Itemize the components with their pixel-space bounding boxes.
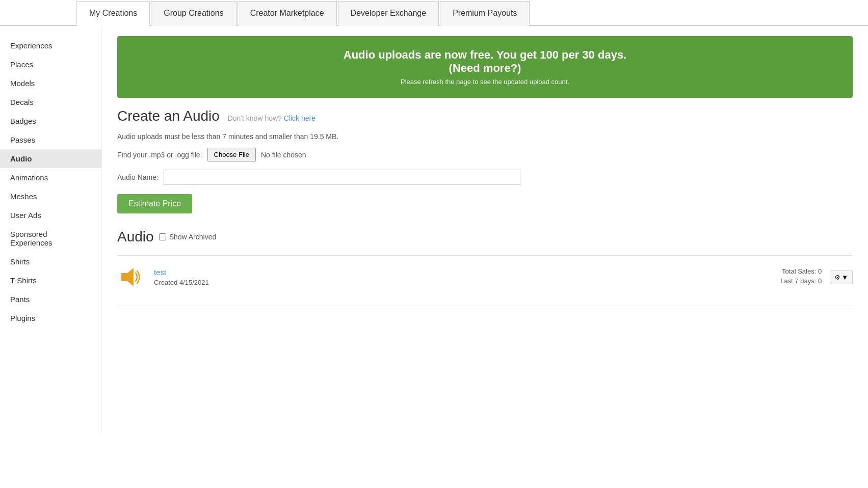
top-tabs: My Creations Group Creations Creator Mar… [0,0,868,26]
section-divider [117,306,853,306]
audio-list-header: Audio Show Archived [117,229,853,245]
tab-creator-marketplace[interactable]: Creator Marketplace [238,1,337,26]
file-upload-row: Find your .mp3 or .ogg file: Choose File… [117,148,853,161]
create-audio-title: Create an Audio [117,108,220,124]
create-audio-section: Create an Audio Don't know how? Click he… [117,108,853,213]
sidebar-item-user-ads[interactable]: User Ads [0,206,101,225]
gear-icon: ⚙ [834,274,840,281]
sidebar-item-models[interactable]: Models [0,74,101,93]
audio-name-label: Audio Name: [117,173,159,181]
sidebar-item-animations[interactable]: Animations [0,168,101,187]
tab-my-creations[interactable]: My Creations [76,1,150,26]
show-archived-label: Show Archived [169,233,217,241]
audio-item: test Created 4/15/2021 Total Sales: 0 La… [117,255,853,299]
total-sales-row: Total Sales: 0 [730,267,822,275]
audio-name-input[interactable] [164,170,520,185]
sidebar: Experiences Places Models Decals Badges … [0,26,102,433]
show-archived-row: Show Archived [159,233,217,241]
no-file-chosen-text: No file chosen [261,151,306,159]
audio-item-name[interactable]: test [154,268,166,277]
click-here-link[interactable]: Click here [284,114,315,122]
show-archived-checkbox[interactable] [159,233,166,240]
tab-group-creations[interactable]: Group Creations [151,1,236,26]
sidebar-item-decals[interactable]: Decals [0,93,101,112]
audio-list-section: Audio Show Archived [117,229,853,306]
gear-dropdown-button[interactable]: ⚙ ▼ [830,270,853,284]
estimate-price-button[interactable]: Estimate Price [117,194,192,213]
content-area: Audio uploads are now free. You get 100 … [102,26,868,433]
create-help-text: Don't know how? Click here [228,114,315,122]
sidebar-item-places[interactable]: Places [0,55,101,74]
sidebar-item-passes[interactable]: Passes [0,130,101,149]
sidebar-item-t-shirts[interactable]: T-Shirts [0,271,101,290]
tab-premium-payouts[interactable]: Premium Payouts [440,1,530,26]
sidebar-item-sponsored-experiences[interactable]: Sponsored Experiences [0,225,101,252]
upload-info: Audio uploads must be less than 7 minute… [117,132,853,141]
choose-file-button[interactable]: Choose File [207,148,256,161]
audio-speaker-icon [117,263,146,291]
audio-item-info: test Created 4/15/2021 [154,268,722,286]
audio-item-created: Created 4/15/2021 [154,279,722,286]
audio-name-row: Audio Name: [117,170,853,185]
banner-title: Audio uploads are now free. You get 100 … [127,48,843,75]
sidebar-item-experiences[interactable]: Experiences [0,36,101,55]
banner-subtitle: Please refresh the page to see the updat… [127,78,843,86]
sidebar-item-plugins[interactable]: Plugins [0,309,101,328]
tab-developer-exchange[interactable]: Developer Exchange [338,1,439,26]
chevron-down-icon: ▼ [841,274,848,281]
file-label: Find your .mp3 or .ogg file: [117,151,202,159]
audio-list-title: Audio [117,229,154,245]
sidebar-item-audio[interactable]: Audio [0,149,101,168]
sidebar-item-badges[interactable]: Badges [0,112,101,130]
sidebar-item-meshes[interactable]: Meshes [0,187,101,206]
svg-rect-0 [121,273,127,281]
main-layout: Experiences Places Models Decals Badges … [0,26,868,433]
last7-row: Last 7 days: 0 [730,277,822,285]
audio-item-stats: Total Sales: 0 Last 7 days: 0 [730,267,822,287]
audio-free-banner: Audio uploads are now free. You get 100 … [117,36,853,98]
sidebar-item-pants[interactable]: Pants [0,290,101,309]
svg-marker-1 [127,268,134,286]
sidebar-item-shirts[interactable]: Shirts [0,252,101,271]
